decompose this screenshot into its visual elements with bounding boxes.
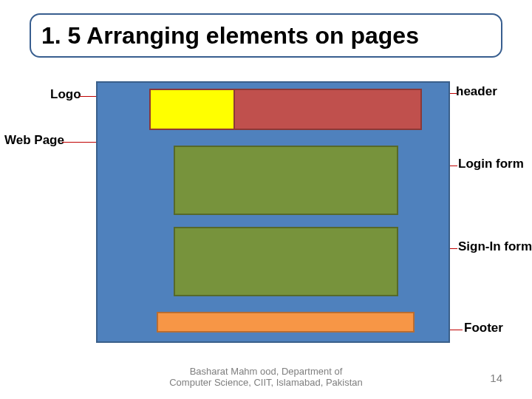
- webpage-container: [96, 81, 450, 343]
- connector-webpage: [62, 142, 98, 143]
- label-header: header: [456, 84, 497, 99]
- label-login: Login form: [458, 157, 524, 171]
- label-webpage: Web Page: [4, 133, 64, 148]
- signin-form-region: [174, 227, 398, 296]
- label-signin: Sign-In form: [458, 239, 532, 254]
- slide-title: 1. 5 Arranging elements on pages: [41, 22, 419, 50]
- credits-line1: Basharat Mahm ood, Department of: [0, 366, 532, 378]
- logo-region: [151, 90, 235, 129]
- footer-region: [157, 312, 415, 332]
- label-logo: Logo: [50, 87, 81, 102]
- login-form-region: [174, 146, 398, 215]
- label-footer: Footer: [464, 321, 503, 335]
- slide-title-bar: 1. 5 Arranging elements on pages: [30, 13, 502, 58]
- credits-line2: Computer Science, CIIT, Islamabad, Pakis…: [0, 377, 532, 389]
- page-number: 14: [490, 372, 502, 384]
- header-region: [149, 89, 422, 130]
- slide-credits: Basharat Mahm ood, Department of Compute…: [0, 366, 532, 389]
